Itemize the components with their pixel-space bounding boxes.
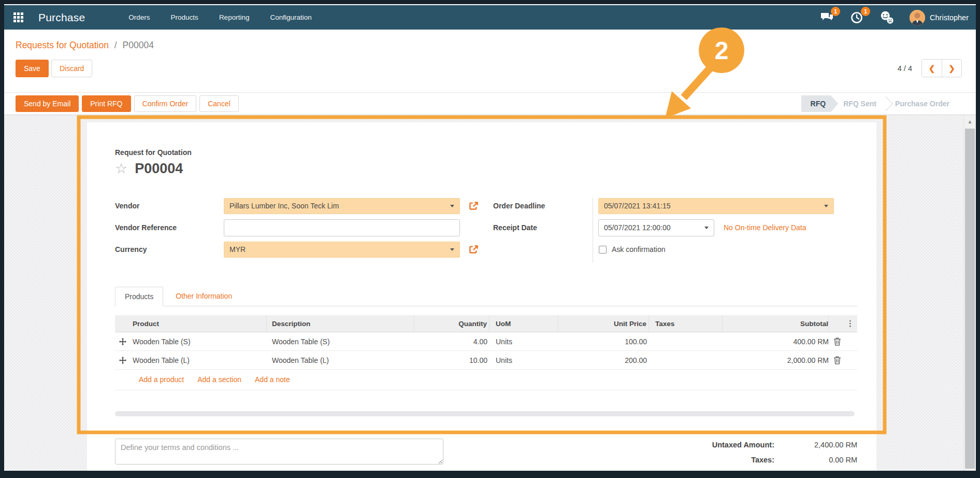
untaxed-amount-value: 2,400.00 RM	[774, 441, 857, 449]
table-row[interactable]: Wooden Table (S) Wooden Table (S) 4.00 U…	[115, 332, 857, 351]
activities-button[interactable]: 1	[849, 10, 864, 25]
stage-purchase-order[interactable]: Purchase Order	[890, 100, 955, 108]
delete-line-button[interactable]	[829, 356, 857, 364]
drag-handle-icon[interactable]	[115, 338, 131, 345]
form-sheet: Request for Quotation ☆ P00004 Vendor Pi…	[87, 122, 876, 471]
taxes-total-label: Taxes:	[751, 456, 774, 464]
cell-subtotal: 400.00 RM	[723, 338, 829, 346]
cell-unit-price[interactable]: 100.00	[558, 338, 649, 346]
cell-quantity[interactable]: 10.00	[414, 356, 489, 364]
control-panel: Requests for Quotation / P00004 Save Dis…	[4, 30, 976, 92]
external-link-icon	[469, 245, 479, 255]
dropdown-caret-icon	[450, 205, 454, 207]
cancel-button[interactable]: Cancel	[199, 95, 239, 112]
main-menu: Orders Products Reporting Configuration	[128, 13, 311, 21]
favorite-star-icon[interactable]: ☆	[115, 162, 127, 176]
menu-configuration[interactable]: Configuration	[270, 13, 311, 21]
add-a-product-link[interactable]: Add a product	[139, 375, 184, 384]
table-header-row: Product Description Quantity UoM Unit Pr…	[115, 315, 857, 332]
app-window: Purchase Orders Products Reporting Confi…	[0, 0, 980, 478]
document-name: P00004	[135, 161, 183, 177]
col-unit-price[interactable]: Unit Price	[558, 315, 649, 332]
taxes-total-value: 0.00 RM	[774, 456, 857, 464]
confirm-order-button[interactable]: Confirm Order	[134, 95, 197, 112]
vendor-external-link-button[interactable]	[469, 201, 479, 211]
vendor-reference-field[interactable]	[224, 219, 460, 236]
form-statusbar: Send by Email Print RFQ Confirm Order Ca…	[4, 92, 976, 115]
pager-next-button[interactable]: ❯	[942, 60, 961, 77]
send-by-email-button[interactable]: Send by Email	[16, 95, 79, 112]
breadcrumb: Requests for Quotation / P00004	[16, 40, 968, 51]
horizontal-scrollbar[interactable]	[115, 411, 855, 416]
col-taxes[interactable]: Taxes	[649, 315, 723, 332]
col-description[interactable]: Description	[267, 315, 414, 332]
delete-line-button[interactable]	[829, 338, 857, 346]
cell-description[interactable]: Wooden Table (L)	[267, 356, 414, 364]
form-view-area: Request for Quotation ☆ P00004 Vendor Pi…	[4, 115, 976, 471]
user-name: Christopher	[930, 13, 969, 22]
top-navbar: Purchase Orders Products Reporting Confi…	[4, 5, 976, 30]
order-lines-table: Product Description Quantity UoM Unit Pr…	[115, 315, 857, 390]
terms-and-conditions-input[interactable]	[115, 439, 443, 465]
on-time-delivery-link[interactable]: No On-time Delivery Data	[724, 223, 806, 232]
ask-confirmation-checkbox[interactable]	[599, 246, 607, 254]
col-uom[interactable]: UoM	[489, 315, 558, 332]
doc-type-label: Request for Quotation	[115, 148, 857, 157]
dropdown-caret-icon	[704, 227, 709, 229]
discard-button[interactable]: Discard	[51, 60, 92, 77]
tab-products[interactable]: Products	[115, 287, 163, 306]
add-a-section-link[interactable]: Add a section	[197, 375, 241, 384]
print-rfq-button[interactable]: Print RFQ	[82, 95, 131, 112]
save-button[interactable]: Save	[16, 60, 49, 77]
untaxed-amount-label: Untaxed Amount:	[712, 441, 774, 449]
activities-badge: 1	[861, 7, 870, 16]
menu-reporting[interactable]: Reporting	[219, 13, 250, 21]
col-product[interactable]: Product	[131, 315, 267, 332]
add-a-note-link[interactable]: Add a note	[255, 375, 290, 384]
dropdown-caret-icon	[450, 248, 454, 251]
col-quantity[interactable]: Quantity	[414, 315, 489, 332]
pager-count: 4 / 4	[898, 64, 912, 73]
scroll-up-arrow-icon[interactable]: ▲	[964, 115, 976, 128]
apps-grid-icon	[13, 12, 23, 22]
table-row[interactable]: Wooden Table (L) Wooden Table (L) 10.00 …	[115, 351, 857, 370]
col-subtotal[interactable]: Subtotal	[723, 315, 829, 332]
currency-field[interactable]: MYR	[224, 242, 460, 258]
breadcrumb-parent-link[interactable]: Requests for Quotation	[16, 40, 109, 50]
stage-rfq[interactable]: RFQ	[801, 95, 839, 112]
cell-uom[interactable]: Units	[489, 356, 558, 364]
menu-orders[interactable]: Orders	[128, 13, 150, 21]
trash-icon	[833, 356, 841, 364]
tab-other-information[interactable]: Other Information	[163, 287, 244, 306]
pager-previous-button[interactable]: ❮	[922, 60, 942, 77]
stage-rfq-sent[interactable]: RFQ Sent	[838, 100, 882, 108]
cell-product[interactable]: Wooden Table (L)	[131, 356, 267, 364]
app-title[interactable]: Purchase	[38, 11, 85, 24]
record-pager: 4 / 4 ❮ ❯	[898, 59, 962, 77]
dropdown-caret-icon	[824, 205, 828, 207]
user-menu[interactable]: Christopher	[910, 10, 969, 25]
optional-columns-button[interactable]: ⋮	[829, 315, 857, 332]
stage-pipeline: RFQ RFQ Sent Purchase Order	[801, 95, 955, 112]
messages-button[interactable]: 1	[819, 10, 834, 25]
receipt-date-field[interactable]: 05/07/2021 12:00:00	[598, 219, 714, 236]
currency-external-link-button[interactable]	[469, 245, 479, 255]
drag-handle-icon[interactable]	[115, 357, 131, 364]
chevron-right-icon: ❯	[948, 64, 955, 73]
order-deadline-field[interactable]: 05/07/2021 13:41:15	[598, 198, 834, 214]
mood-feedback-button[interactable]	[880, 10, 894, 25]
order-totals: Untaxed Amount: 2,400.00 RM Taxes: 0.00 …	[712, 439, 857, 471]
cell-product[interactable]: Wooden Table (S)	[131, 338, 267, 346]
browser-viewport: Purchase Orders Products Reporting Confi…	[4, 4, 976, 471]
vertical-scrollbar[interactable]: ▲	[963, 115, 976, 471]
cell-description[interactable]: Wooden Table (S)	[267, 338, 414, 346]
cell-unit-price[interactable]: 200.00	[558, 356, 649, 364]
table-add-links: Add a product Add a section Add a note	[115, 370, 857, 390]
cell-uom[interactable]: Units	[489, 338, 558, 346]
menu-products[interactable]: Products	[171, 13, 198, 21]
scrollbar-thumb[interactable]	[965, 129, 975, 469]
cell-quantity[interactable]: 4.00	[414, 338, 489, 346]
vendor-field[interactable]: Pillars Lumber Inc, Soon Teck Lim	[224, 198, 460, 214]
apps-menu-button[interactable]	[9, 9, 27, 26]
trash-icon	[833, 338, 841, 346]
